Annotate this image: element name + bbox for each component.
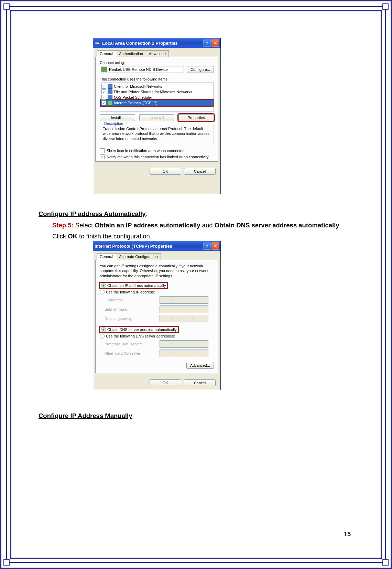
list-item-label: File and Printer Sharing for Microsoft N…	[114, 90, 192, 94]
description-fieldset: Description Transmission Control Protoco…	[100, 124, 214, 144]
checkbox-icon[interactable]: ✓	[101, 89, 106, 94]
list-item[interactable]: ✓ QoS Packet Scheduler	[101, 95, 213, 100]
cancel-button[interactable]: Cancel	[184, 168, 216, 175]
list-item-label: Client for Microsoft Networks	[114, 84, 162, 88]
ok-bold: OK	[68, 233, 77, 240]
items-label: This connection uses the following items…	[100, 77, 214, 81]
connection-icon	[95, 40, 100, 46]
corner-decoration	[382, 559, 389, 566]
alternate-dns-label: Alternate DNS server:	[105, 351, 160, 355]
ip-address-input: . . .	[160, 296, 208, 304]
radio-label: Obtain DNS server address automatically	[107, 328, 177, 332]
description-text: Transmission Control Protocol/Internet P…	[103, 126, 211, 141]
tab-general[interactable]: General	[97, 50, 116, 57]
radio-label: Obtain an IP address automatically	[107, 283, 166, 288]
subnet-mask-input: . . .	[160, 305, 208, 313]
connection-items-list[interactable]: ✓ Client for Microsoft Networks ✓ File a…	[100, 83, 214, 111]
instruction-section-manual: Configure IP Address Manually:	[39, 410, 341, 421]
connection-properties-dialog: Local Area Connection 2 Properties ? ✕ G…	[93, 38, 221, 194]
service-icon	[108, 95, 112, 100]
ok-button[interactable]: OK	[150, 168, 181, 175]
default-gateway-label: Default gateway:	[105, 316, 160, 321]
dialog-titlebar: Local Area Connection 2 Properties ? ✕	[93, 38, 220, 48]
tab-authentication[interactable]: Authentication	[116, 50, 146, 57]
radio-label: Use the following DNS server addresses:	[106, 334, 175, 338]
properties-button[interactable]: Properties	[178, 114, 214, 121]
tcpip-properties-dialog: Internet Protocol (TCP/IP) Properties ? …	[93, 241, 221, 390]
checkbox-icon[interactable]: ✓	[101, 100, 106, 105]
list-item-selected[interactable]: ✓ Internet Protocol (TCP/IP)	[101, 100, 213, 106]
preferred-dns-label: Preferred DNS server:	[105, 342, 160, 346]
notify-label: Notify me when this connection has limit…	[107, 155, 209, 159]
obtain-dns-bold: Obtain DNS server address automatically	[215, 222, 339, 229]
adapter-name-field: Realtek USB Remote NDIS Device	[100, 66, 184, 73]
dialog-title: Internet Protocol (TCP/IP) Properties	[95, 244, 172, 249]
service-icon	[108, 89, 112, 94]
configure-button[interactable]: Configure...	[187, 66, 214, 73]
cancel-button[interactable]: Cancel	[184, 379, 216, 386]
page-number: 15	[344, 531, 351, 538]
tab-alternate-config[interactable]: Alternate Configuration	[116, 253, 161, 260]
tab-advanced[interactable]: Advanced	[146, 50, 169, 57]
checkbox-icon[interactable]: ✓	[101, 95, 106, 100]
radio-use-ip[interactable]	[100, 290, 105, 294]
dialog-tabs: General Authentication Advanced	[97, 50, 218, 57]
connect-using-label: Connect using:	[100, 61, 214, 65]
dialog-title: Local Area Connection 2 Properties	[102, 41, 178, 46]
service-icon	[108, 84, 112, 89]
dialog-titlebar: Internet Protocol (TCP/IP) Properties ? …	[93, 241, 220, 251]
notify-checkbox[interactable]: ✓	[100, 154, 105, 159]
txt: and	[200, 222, 214, 229]
intro-text-real: You can get IP settings assigned automat…	[100, 264, 214, 278]
list-item[interactable]: ✓ File and Printer Sharing for Microsoft…	[101, 89, 213, 95]
obtain-ip-auto-highlight: Obtain an IP address automatically	[100, 283, 167, 288]
nic-icon	[101, 67, 107, 72]
install-button[interactable]: Install...	[100, 114, 135, 121]
txt: to finish the configuration.	[77, 233, 152, 240]
radio-label: Use the following IP address:	[106, 290, 155, 294]
section-heading-auto: Configure IP address Automatically	[39, 210, 146, 217]
description-legend: Description	[103, 121, 124, 126]
radio-obtain-ip-auto[interactable]	[101, 283, 106, 288]
list-item-label: Internet Protocol (TCP/IP)	[114, 101, 157, 105]
radio-use-dns[interactable]	[100, 334, 105, 339]
list-item-label: QoS Packet Scheduler	[114, 95, 152, 99]
help-button[interactable]: ?	[203, 242, 211, 250]
obtain-dns-auto-highlight: Obtain DNS server address automatically	[100, 327, 178, 332]
protocol-icon	[108, 100, 112, 105]
help-button[interactable]: ?	[203, 39, 211, 47]
corner-decoration	[3, 3, 10, 10]
close-button[interactable]: ✕	[211, 242, 219, 250]
preferred-dns-input: . . .	[160, 340, 208, 348]
close-button[interactable]: ✕	[211, 39, 219, 47]
subnet-mask-label: Subnet mask:	[105, 307, 160, 311]
radio-obtain-dns-auto[interactable]	[101, 327, 106, 332]
list-item[interactable]: ✓ Client for Microsoft Networks	[101, 84, 213, 89]
show-icon-checkbox[interactable]	[100, 148, 105, 153]
adapter-name: Realtek USB Remote NDIS Device	[109, 67, 168, 72]
corner-decoration	[3, 559, 10, 566]
obtain-ip-bold: Obtain an IP address automatically	[95, 222, 200, 229]
txt: Select	[74, 222, 95, 229]
advanced-button[interactable]: Advanced...	[186, 362, 214, 369]
dialog-tabs: General Alternate Configuration	[97, 253, 218, 260]
instruction-section-auto-clean: Configure IP address Automatically: Step…	[39, 208, 355, 241]
alternate-dns-input: . . .	[160, 350, 208, 357]
checkbox-icon[interactable]: ✓	[101, 84, 106, 89]
default-gateway-input: . . .	[160, 315, 208, 322]
show-icon-label: Show icon in notification area when conn…	[107, 149, 184, 153]
uninstall-button[interactable]: Uninstall	[139, 114, 175, 121]
section-heading-manual: Configure IP Address Manually	[39, 412, 132, 419]
step5-label: Step 5:	[52, 222, 74, 229]
corner-decoration	[382, 3, 389, 10]
ok-button[interactable]: OK	[150, 379, 181, 386]
tab-general[interactable]: General	[97, 253, 116, 260]
ip-address-label: IP address:	[105, 298, 160, 302]
